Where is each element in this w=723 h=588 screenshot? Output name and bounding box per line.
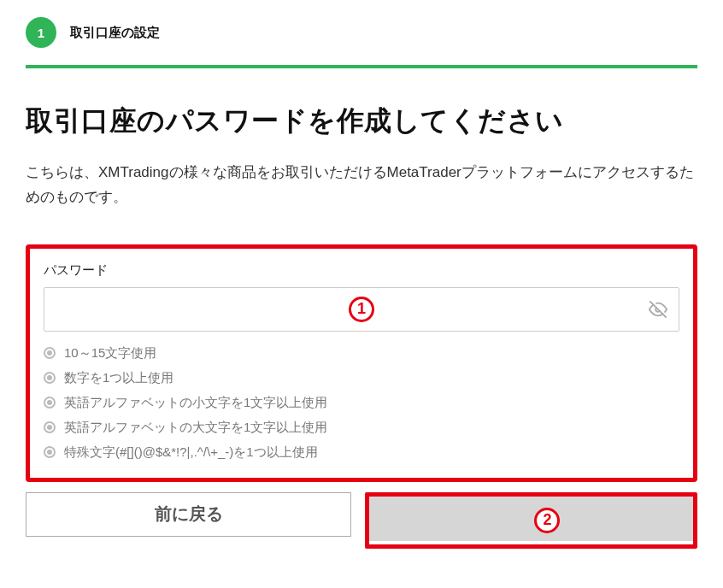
rule-text: 特殊文字(#[]()@$&*!?|,.^/\+_-)を1つ以上使用 xyxy=(64,444,318,461)
rule-text: 10～15文字使用 xyxy=(64,345,156,362)
rule-bullet-icon xyxy=(44,372,56,384)
submit-button[interactable] xyxy=(369,497,693,541)
button-row: 前に戻る 2 xyxy=(26,492,697,549)
back-button[interactable]: 前に戻る xyxy=(26,492,351,537)
page-subtitle: こちらは、XMTradingの様々な商品をお取引いただけるMetaTraderプ… xyxy=(26,161,697,210)
password-label: パスワード xyxy=(44,262,679,279)
password-input[interactable] xyxy=(44,287,679,332)
section-divider xyxy=(26,65,697,68)
toggle-password-visibility-button[interactable] xyxy=(649,300,667,319)
page-title: 取引口座のパスワードを作成してください xyxy=(26,103,697,140)
password-rule-item: 数字を1つ以上使用 xyxy=(44,370,679,386)
password-rule-item: 特殊文字(#[]()@$&*!?|,.^/\+_-)を1つ以上使用 xyxy=(44,444,679,461)
password-input-wrap: 1 xyxy=(44,287,679,332)
rule-bullet-icon xyxy=(44,446,56,458)
password-rule-item: 英語アルファベットの大文字を1文字以上使用 xyxy=(44,420,679,436)
step-header: 1 取引口座の設定 xyxy=(26,17,697,48)
password-rules-list: 10～15文字使用 数字を1つ以上使用 英語アルファベットの小文字を1文字以上使… xyxy=(44,345,679,461)
rule-bullet-icon xyxy=(44,347,56,359)
eye-off-icon xyxy=(649,300,667,319)
rule-text: 数字を1つ以上使用 xyxy=(64,370,173,386)
submit-button-highlight: 2 xyxy=(365,492,697,549)
rule-text: 英語アルファベットの小文字を1文字以上使用 xyxy=(64,395,327,411)
step-number-badge: 1 xyxy=(26,17,56,48)
password-rule-item: 10～15文字使用 xyxy=(44,345,679,362)
rule-bullet-icon xyxy=(44,421,56,433)
step-title: 取引口座の設定 xyxy=(70,25,160,41)
rule-text: 英語アルファベットの大文字を1文字以上使用 xyxy=(64,420,327,436)
rule-bullet-icon xyxy=(44,397,56,409)
password-rule-item: 英語アルファベットの小文字を1文字以上使用 xyxy=(44,395,679,411)
password-section: パスワード 1 10～15文字使用 数字を1つ以上使用 英語アルファベットの小文… xyxy=(26,244,697,482)
